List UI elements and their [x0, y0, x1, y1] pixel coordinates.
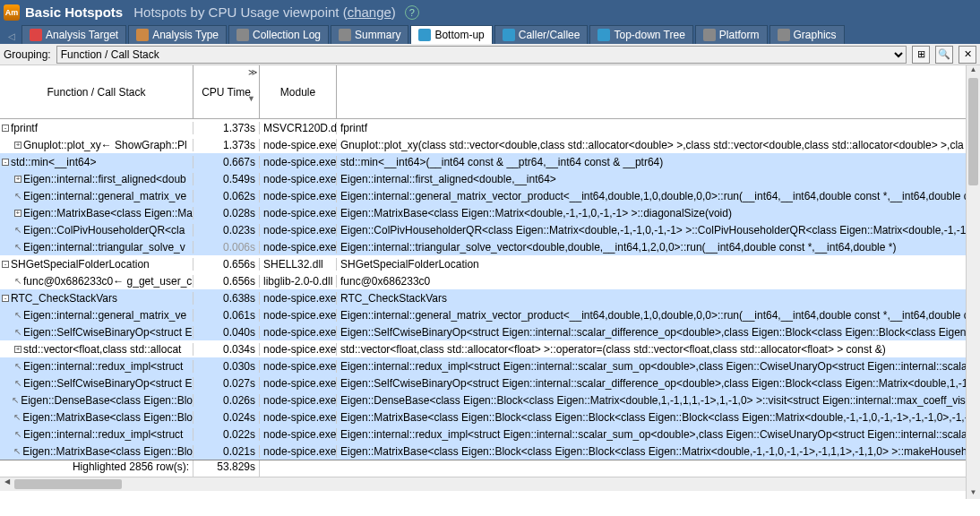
- collapse-icon[interactable]: -: [2, 125, 9, 132]
- table-row[interactable]: -SHGetSpecialFolderLocation0.656sSHELL32…: [0, 255, 980, 272]
- caller-arrow-icon: ↖: [12, 395, 19, 405]
- tab-label: Analysis Type: [152, 29, 219, 41]
- cell-cpu-time: 0.667s: [193, 156, 260, 168]
- tab-summary[interactable]: Summary: [331, 25, 408, 44]
- cell-full-name: Eigen::internal::triangular_solve_vector…: [337, 241, 980, 254]
- table-row[interactable]: +std::vector<float,class std::allocat0.0…: [0, 340, 980, 357]
- col-module[interactable]: Module: [260, 65, 337, 118]
- collapse-icon[interactable]: -: [2, 295, 9, 302]
- expand-column-icon[interactable]: ≫: [248, 67, 257, 77]
- customize-columns-icon[interactable]: ⊞: [912, 46, 930, 64]
- table-row[interactable]: +Eigen::internal::first_aligned<doub0.54…: [0, 170, 980, 187]
- table-row[interactable]: ↖Eigen::SelfCwiseBinaryOp<struct E0.040s…: [0, 323, 980, 340]
- collapse-icon[interactable]: -: [2, 159, 9, 166]
- table-row[interactable]: ↖Eigen::internal::triangular_solve_v0.00…: [0, 238, 980, 255]
- cell-full-name: Eigen::SelfCwiseBinaryOp<struct Eigen::i…: [337, 377, 980, 390]
- scroll-left-icon[interactable]: ◀: [0, 477, 14, 491]
- tools-icon[interactable]: ✕: [959, 46, 976, 64]
- caller-arrow-icon: ↖: [14, 242, 21, 252]
- cell-function: ↖Eigen::internal::triangular_solve_v: [0, 241, 193, 254]
- tab-caller-callee[interactable]: Caller/Callee: [494, 25, 589, 44]
- caller-arrow-icon: ↖: [14, 276, 21, 286]
- table-row[interactable]: ↖Eigen::internal::redux_impl<struct0.030…: [0, 357, 980, 374]
- cell-full-name: func@0x686233c0: [337, 275, 980, 288]
- highlighted-cpu-total: 53.829s: [193, 460, 260, 477]
- tab-collection-log[interactable]: Collection Log: [228, 25, 329, 44]
- search-icon[interactable]: 🔍: [935, 46, 953, 64]
- cell-module: node-spice.exe: [260, 224, 337, 236]
- cell-function: +std::vector<float,class std::allocat: [0, 343, 193, 356]
- tab-platform[interactable]: Platform: [695, 25, 768, 44]
- table-row[interactable]: -fprintf1.373sMSVCR120D.dllfprintf: [0, 119, 980, 136]
- tab-label: Bottom-up: [434, 29, 484, 41]
- main-panel: Grouping: Function / Call Stack ⊞ 🔍 ✕ Fu…: [0, 44, 980, 516]
- tab-label: Top-down Tree: [614, 29, 684, 41]
- tab-icon: [339, 29, 351, 41]
- tab-label: Collection Log: [253, 29, 321, 41]
- cell-cpu-time: 1.373s: [193, 139, 260, 151]
- h-scroll-thumb[interactable]: [14, 479, 122, 489]
- change-viewpoint-link[interactable]: change: [348, 4, 391, 20]
- function-name: Eigen::SelfCwiseBinaryOp<struct E: [23, 326, 192, 339]
- col-cpu-time[interactable]: CPU Time ▼ ≫: [193, 65, 260, 118]
- horizontal-scrollbar[interactable]: ◀ ▶: [0, 477, 980, 491]
- caller-arrow-icon: ↖: [14, 327, 21, 337]
- expand-icon[interactable]: +: [14, 176, 21, 183]
- cell-full-name: Gnuplot::plot_xy(class std::vector<doubl…: [337, 139, 980, 151]
- function-name: Eigen::SelfCwiseBinaryOp<struct E: [23, 377, 192, 390]
- table-row[interactable]: ↖Eigen::MatrixBase<class Eigen::Blo0.024…: [0, 408, 980, 426]
- cell-full-name: Eigen::internal::first_aligned<double,__…: [337, 173, 980, 185]
- cell-function: +Eigen::internal::first_aligned<doub: [0, 173, 193, 185]
- tab-bottom-up[interactable]: Bottom-up: [410, 25, 492, 44]
- tab-top-down-tree[interactable]: Top-down Tree: [589, 25, 692, 44]
- sort-desc-icon: ▼: [247, 94, 255, 103]
- table-row[interactable]: ↖Eigen::internal::general_matrix_ve0.061…: [0, 306, 980, 323]
- cell-full-name: std::vector<float,class std::allocator<f…: [337, 343, 980, 356]
- cell-module: libglib-2.0-0.dll: [260, 275, 337, 288]
- summary-row: Highlighted 2856 row(s): 53.829s: [0, 460, 980, 477]
- scroll-down-icon[interactable]: ▼: [967, 488, 980, 499]
- cell-function: +Gnuplot::plot_xy← ShowGraph::Pl: [0, 139, 193, 151]
- tab-graphics[interactable]: Graphics: [769, 25, 845, 44]
- cell-module: node-spice.exe: [260, 411, 337, 424]
- table-row[interactable]: -std::min<__int64>0.667snode-spice.exest…: [0, 153, 980, 170]
- table-row[interactable]: +Gnuplot::plot_xy← ShowGraph::Pl1.373sno…: [0, 136, 980, 153]
- table-row[interactable]: ↖Eigen::DenseBase<class Eigen::Blo0.026s…: [0, 391, 980, 408]
- cell-cpu-time: 0.040s: [193, 326, 260, 339]
- help-icon[interactable]: ?: [405, 5, 419, 20]
- cell-full-name: Eigen::internal::general_matrix_vector_p…: [337, 309, 980, 322]
- tab-analysis-type[interactable]: Analysis Type: [128, 25, 227, 44]
- vertical-scrollbar[interactable]: ▲ ▼: [966, 65, 980, 499]
- expand-icon[interactable]: +: [14, 346, 21, 353]
- col-full-function[interactable]: [337, 65, 980, 118]
- tab-nav-prev-icon[interactable]: ◁: [4, 28, 20, 44]
- table-row[interactable]: -RTC_CheckStackVars0.638snode-spice.exeR…: [0, 289, 980, 306]
- function-name: Eigen::internal::redux_impl<struct: [23, 428, 183, 441]
- caller-arrow-icon: ↖: [14, 310, 21, 320]
- table-row[interactable]: ↖Eigen::ColPivHouseholderQR<cla0.023snod…: [0, 221, 980, 238]
- tab-icon: [136, 29, 149, 41]
- collapse-icon[interactable]: -: [2, 261, 9, 268]
- cell-function: ↖Eigen::internal::general_matrix_ve: [0, 190, 193, 202]
- cell-module: node-spice.exe: [260, 445, 337, 458]
- col-cpu-label: CPU Time: [202, 86, 251, 99]
- caller-arrow-icon: ↖: [14, 225, 21, 235]
- v-scroll-thumb[interactable]: [968, 78, 978, 185]
- expand-icon[interactable]: +: [14, 142, 21, 149]
- col-function[interactable]: Function / Call Stack: [0, 65, 193, 118]
- expand-icon[interactable]: +: [14, 210, 21, 217]
- table-row[interactable]: ↖Eigen::SelfCwiseBinaryOp<struct E0.027s…: [0, 374, 980, 391]
- table-row[interactable]: ↖Eigen::MatrixBase<class Eigen::Blo0.021…: [0, 443, 980, 460]
- function-name: std::min<__int64>: [11, 156, 96, 168]
- function-name: Eigen::MatrixBase<class Eigen::Ma: [23, 207, 193, 219]
- cell-module: MSVCR120D.dll: [260, 122, 337, 134]
- viewpoint-suffix: ): [391, 4, 396, 20]
- scroll-up-icon[interactable]: ▲: [967, 65, 980, 76]
- tab-analysis-target[interactable]: Analysis Target: [21, 25, 126, 44]
- table-row[interactable]: ↖Eigen::internal::redux_impl<struct0.022…: [0, 426, 980, 443]
- table-row[interactable]: +Eigen::MatrixBase<class Eigen::Ma0.028s…: [0, 204, 980, 221]
- table-row[interactable]: ↖func@0x686233c0← g_get_user_c0.656slibg…: [0, 272, 980, 289]
- grouping-select[interactable]: Function / Call Stack: [56, 46, 907, 64]
- table-row[interactable]: ↖Eigen::internal::general_matrix_ve0.062…: [0, 187, 980, 204]
- cell-module: node-spice.exe: [260, 326, 337, 339]
